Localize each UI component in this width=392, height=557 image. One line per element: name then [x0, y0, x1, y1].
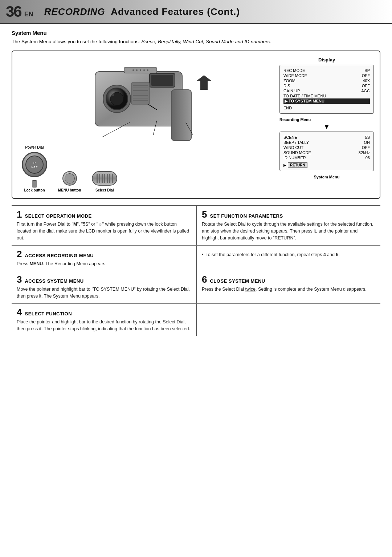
step-5-body: Rotate the Select Dial to cycle through … — [202, 221, 375, 241]
svg-point-12 — [143, 69, 145, 71]
sys-row-2: BEEP / TALLYON — [283, 140, 370, 145]
sys-row-3: WIND CUTOFF — [283, 145, 370, 150]
rec-row-end: END — [283, 105, 370, 110]
camera-illustration: Power Dial P L A Y Lock button — [18, 57, 274, 192]
svg-rect-7 — [151, 75, 173, 86]
main-content: System Menu The System Menu allows you t… — [0, 24, 392, 342]
select-dial-group: Select Dial — [92, 171, 117, 192]
return-box: RETURN — [288, 162, 307, 168]
sys-row-1: SCENE5S — [283, 135, 370, 140]
step-3-number: 3 — [17, 275, 22, 284]
step-1-number: 1 — [17, 210, 22, 219]
svg-point-9 — [132, 69, 134, 71]
display-panel: Display REC MODESP WIDE MODEOFF ZOOM40X … — [279, 57, 374, 192]
page-header: 36 EN RECORDING RECORDING Advanced Featu… — [0, 0, 392, 24]
system-menu-display: SCENE5S BEEP / TALLYON WIND CUTOFF SOUND… — [279, 132, 374, 171]
step-3-title: ACCESS SYSTEM MENU — [25, 278, 83, 284]
step-4-body: Place the pointer and highlight bar to t… — [17, 319, 191, 332]
step-5-header: 5 SET FUNCTION PARAMETERS — [202, 210, 375, 219]
menu-button-label: MENU button — [58, 188, 81, 192]
steps-section: 1 SELECT OPERATION MODE First turn the P… — [12, 205, 380, 336]
page-title: RECORDING RECORDING Advanced Features (C… — [44, 6, 240, 17]
step-3-body: Move the pointer and highlight bar to "T… — [17, 286, 191, 300]
lock-button-group: Lock button — [24, 180, 45, 192]
return-row: ▶ RETURN — [283, 162, 370, 168]
rec-row-highlight: ▶ TO SYSTEM MENU — [283, 98, 370, 104]
step-2-title: ACCESS RECORDING MENU — [25, 253, 94, 258]
svg-rect-15 — [131, 82, 150, 104]
page-suffix: EN — [24, 11, 33, 20]
ridge-2 — [99, 174, 100, 183]
step-6-header: 6 CLOSE SYSTEM MENU — [202, 275, 375, 284]
step-4-number: 4 — [17, 307, 22, 317]
power-dial: P L A Y — [22, 152, 47, 177]
svg-point-10 — [136, 69, 138, 71]
step-5-bullet: • To set the parameters for a different … — [196, 246, 380, 271]
select-dial — [92, 171, 117, 186]
controls-row: Power Dial P L A Y Lock button — [18, 145, 274, 192]
menu-button — [62, 171, 77, 186]
rec-row-3: ZOOM40X — [283, 78, 370, 83]
step-6: 6 CLOSE SYSTEM MENU Press the Select Dia… — [196, 271, 380, 304]
step-5: 5 SET FUNCTION PARAMETERS Rotate the Sel… — [196, 206, 380, 245]
lock-button-label: Lock button — [24, 188, 45, 192]
rec-row-2: WIDE MODEOFF — [283, 73, 370, 78]
step-3-header: 3 ACCESS SYSTEM MENU — [17, 275, 191, 284]
intro-plain: The System Menu allows you to set the fo… — [12, 39, 141, 44]
rec-row-6: TO DATE / TIME MENU — [283, 93, 370, 98]
menu-button-group: MENU button — [58, 171, 81, 192]
step-4-header: 4 SELECT FUNCTION — [17, 307, 191, 317]
step-2-body: Press MENU. The Recording Menu appears. — [17, 261, 191, 267]
rec-row-5: GAIN UPAGC — [283, 88, 370, 93]
recording-menu-display: REC MODESP WIDE MODEOFF ZOOM40X DISOFF G… — [279, 65, 374, 114]
power-dial-label: Power Dial — [25, 145, 44, 149]
select-dial-ridges — [93, 172, 117, 185]
diagram-box: Power Dial P L A Y Lock button — [12, 51, 380, 199]
bullet-item: • To set the parameters for a different … — [202, 251, 375, 258]
svg-marker-23 — [197, 75, 211, 90]
recording-menu-label: Recording Menu — [279, 117, 374, 122]
system-menu-label: System Menu — [279, 175, 374, 179]
step-3: 3 ACCESS SYSTEM MENU Move the pointer an… — [12, 271, 196, 304]
step-5-title: SET FUNCTION PARAMETERS — [210, 213, 283, 219]
power-dial-inner: P L A Y — [25, 156, 44, 174]
title-recording: RECORDING — [44, 6, 105, 17]
ridge-7 — [112, 174, 113, 183]
svg-point-11 — [140, 69, 141, 71]
intro-italic: Scene, Beep/Tally, Wind Cut, Sound Mode … — [141, 39, 271, 44]
power-dial-group: Power Dial P L A Y Lock button — [22, 145, 47, 192]
display-label: Display — [279, 57, 374, 62]
intro-text: The System Menu allows you to set the fo… — [12, 38, 380, 45]
ridge-6 — [109, 174, 110, 183]
step-1-body: First turn the Power Dial to "M", "5S" o… — [17, 221, 191, 241]
ridge-5 — [107, 174, 108, 183]
svg-point-5 — [111, 93, 114, 96]
camera-svg — [18, 57, 274, 148]
step-2-header: 2 ACCESS RECORDING MENU — [17, 249, 191, 259]
step-2: 2 ACCESS RECORDING MENU Press MENU. The … — [12, 246, 196, 271]
svg-rect-1 — [171, 90, 191, 141]
step-1: 1 SELECT OPERATION MODE First turn the P… — [12, 206, 196, 245]
step-5-number: 5 — [202, 210, 207, 219]
ridge-4 — [104, 174, 105, 183]
step-4-title: SELECT FUNCTION — [25, 311, 72, 316]
rec-row-1: REC MODESP — [283, 68, 370, 73]
section-title: System Menu — [12, 30, 380, 36]
diagram-top: Power Dial P L A Y Lock button — [18, 57, 374, 192]
sys-row-4: SOUND MODE32kHz — [283, 150, 370, 155]
sys-row-5: ID NUMBER06 — [283, 155, 370, 160]
step-6-number: 6 — [202, 275, 207, 284]
rec-row-4: DISOFF — [283, 83, 370, 88]
ridge-1 — [97, 174, 98, 183]
lock-button — [32, 180, 37, 187]
step-6-title: CLOSE SYSTEM MENU — [210, 278, 265, 284]
step-2-number: 2 — [17, 249, 22, 259]
select-dial-label: Select Dial — [95, 188, 114, 192]
step-5-bullet-body: • To set the parameters for a different … — [202, 251, 375, 258]
step-1-title: SELECT OPERATION MODE — [25, 213, 91, 219]
step-empty — [196, 304, 380, 336]
step-4: 4 SELECT FUNCTION Place the pointer and … — [12, 304, 196, 336]
ridge-3 — [102, 174, 103, 183]
step-6-body: Press the Select Dial twice. Setting is … — [202, 286, 375, 293]
menu-button-inner — [65, 173, 75, 183]
